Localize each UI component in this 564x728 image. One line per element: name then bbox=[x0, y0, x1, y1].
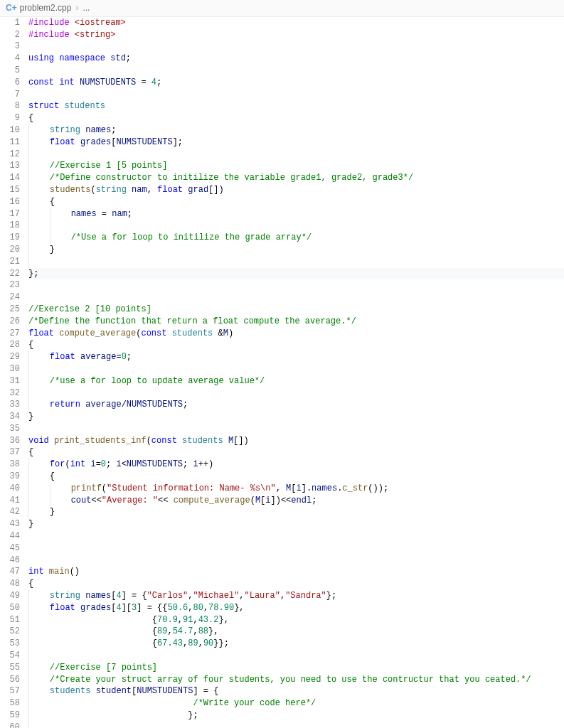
line-number: 7 bbox=[0, 89, 20, 101]
code-line[interactable] bbox=[28, 650, 564, 662]
code-line[interactable]: /*Create your struct array of four stude… bbox=[28, 674, 564, 686]
code-line[interactable]: float compute_average(const students &M) bbox=[28, 328, 564, 340]
code-line[interactable]: //Exercise [7 points] bbox=[28, 662, 564, 674]
line-number: 29 bbox=[0, 351, 20, 363]
code-line[interactable] bbox=[28, 291, 564, 304]
token-kw: int bbox=[59, 77, 80, 87]
token-var: average bbox=[80, 352, 116, 362]
code-line[interactable] bbox=[28, 530, 564, 542]
code-line[interactable]: string names[4] = {"Carlos","Michael","L… bbox=[28, 590, 564, 602]
line-number: 2 bbox=[0, 29, 20, 41]
code-line[interactable]: { bbox=[28, 196, 564, 208]
code-line[interactable]: #include <iostream> bbox=[28, 17, 564, 29]
code-line[interactable] bbox=[28, 149, 564, 161]
code-area[interactable]: #include <iostream>#include <string>usin… bbox=[28, 17, 564, 728]
line-number: 27 bbox=[0, 328, 20, 340]
token-var: i bbox=[90, 459, 95, 469]
code-line[interactable]: names = nam; bbox=[28, 208, 564, 220]
code-line[interactable]: { bbox=[28, 471, 564, 483]
breadcrumb[interactable]: C+ problem2.cpp › ... bbox=[0, 0, 564, 17]
code-line[interactable]: float grades[NUMSTUDENTS]; bbox=[28, 136, 564, 149]
code-line[interactable]: printf("Student information: Name- %s\n"… bbox=[28, 483, 564, 495]
code-line[interactable]: //Exercise 1 [5 points] bbox=[28, 160, 564, 172]
code-line[interactable] bbox=[28, 220, 564, 232]
code-line[interactable]: struct students bbox=[28, 100, 564, 112]
code-line[interactable]: {67.43,89,90}}; bbox=[28, 638, 564, 650]
code-line[interactable]: using namespace std; bbox=[28, 53, 564, 65]
code-line[interactable]: students(string nam, float grad[]) bbox=[28, 184, 564, 196]
line-number: 43 bbox=[0, 518, 20, 530]
code-line[interactable] bbox=[28, 542, 564, 555]
token-op: } bbox=[28, 519, 33, 529]
code-line[interactable]: #include <string> bbox=[28, 29, 564, 41]
code-editor[interactable]: 1234567891011121314151617181920212223242… bbox=[0, 17, 564, 728]
code-line[interactable] bbox=[28, 363, 564, 375]
code-line[interactable]: /*Define the function that return a floa… bbox=[28, 316, 564, 328]
line-number: 25 bbox=[0, 304, 20, 316]
token-op: = bbox=[97, 209, 112, 219]
code-line[interactable]: { bbox=[28, 112, 564, 124]
code-line[interactable]: float grades[4][3] = {{50.6,80,78.90}, bbox=[28, 602, 564, 614]
token-op: ; bbox=[111, 125, 116, 135]
token-op: ] = { bbox=[193, 686, 218, 696]
token-num: 78.90 bbox=[208, 603, 234, 613]
line-number: 54 bbox=[0, 650, 20, 662]
line-number: 18 bbox=[0, 220, 20, 232]
code-line[interactable]: } bbox=[28, 506, 564, 518]
code-line[interactable] bbox=[28, 89, 564, 101]
code-line[interactable]: /*Define constructor to initilize the va… bbox=[28, 172, 564, 184]
code-line[interactable]: }; bbox=[28, 710, 564, 722]
code-line[interactable] bbox=[28, 256, 564, 268]
code-line[interactable]: } bbox=[28, 244, 564, 256]
code-line[interactable]: }; bbox=[28, 268, 564, 280]
code-line[interactable] bbox=[28, 722, 564, 728]
token-op: ][ bbox=[122, 603, 132, 613]
token-kw: void bbox=[28, 436, 54, 446]
code-line[interactable]: float average=0; bbox=[28, 351, 564, 363]
token-cmt: /*Write your code here*/ bbox=[193, 698, 316, 708]
code-line[interactable] bbox=[28, 387, 564, 400]
code-line[interactable]: { bbox=[28, 446, 564, 459]
breadcrumb-ellipsis[interactable]: ... bbox=[83, 2, 90, 14]
code-line[interactable] bbox=[28, 423, 564, 435]
line-number: 47 bbox=[0, 566, 20, 578]
code-line[interactable]: /*use a for loop to update average value… bbox=[28, 375, 564, 387]
line-number: 15 bbox=[0, 184, 20, 196]
code-line[interactable]: string names; bbox=[28, 124, 564, 136]
token-op: = bbox=[116, 352, 121, 362]
code-line[interactable] bbox=[28, 279, 564, 291]
code-line[interactable]: { bbox=[28, 578, 564, 590]
code-line[interactable]: /*Use a for loop to initilize the grade … bbox=[28, 232, 564, 244]
token-op: () bbox=[70, 567, 80, 577]
token-var: grad bbox=[188, 185, 208, 195]
code-line[interactable]: {70.9,91,43.2}, bbox=[28, 614, 564, 626]
code-line[interactable]: cout<<"Average: "<< compute_average(M[i]… bbox=[28, 495, 564, 507]
code-line[interactable]: } bbox=[28, 518, 564, 530]
token-var: names bbox=[85, 125, 111, 135]
code-line[interactable]: } bbox=[28, 411, 564, 423]
code-line[interactable]: int main() bbox=[28, 566, 564, 578]
code-line[interactable]: const int NUMSTUDENTS = 4; bbox=[28, 77, 564, 89]
breadcrumb-filename[interactable]: problem2.cpp bbox=[20, 2, 72, 14]
code-line[interactable]: return average/NUMSTUDENTS; bbox=[28, 399, 564, 411]
code-line[interactable]: { bbox=[28, 339, 564, 351]
code-line[interactable]: {89,54.7,88}, bbox=[28, 626, 564, 638]
code-line[interactable]: students student[NUMSTUDENTS] = { bbox=[28, 685, 564, 697]
code-line[interactable] bbox=[28, 41, 564, 53]
token-var: NUMSTUDENTS bbox=[137, 686, 193, 696]
code-line[interactable]: /*Write your code here*/ bbox=[28, 697, 564, 710]
token-str: "Sandra" bbox=[285, 591, 326, 601]
token-op: { bbox=[50, 471, 55, 481]
token-op: }, bbox=[208, 626, 218, 636]
token-kw: namespace bbox=[59, 53, 110, 63]
cpp-file-icon: C+ bbox=[6, 2, 17, 14]
code-line[interactable]: void print_students_inf(const students M… bbox=[28, 435, 564, 447]
code-line[interactable] bbox=[28, 555, 564, 567]
code-line[interactable] bbox=[28, 65, 564, 77]
token-op: << bbox=[158, 496, 174, 505]
code-line[interactable]: for(int i=0; i<NUMSTUDENTS; i++) bbox=[28, 459, 564, 471]
line-number: 57 bbox=[0, 685, 20, 697]
token-var: endl bbox=[291, 496, 312, 505]
token-var: i bbox=[116, 459, 121, 469]
code-line[interactable]: //Exercise 2 [10 points] bbox=[28, 304, 564, 316]
